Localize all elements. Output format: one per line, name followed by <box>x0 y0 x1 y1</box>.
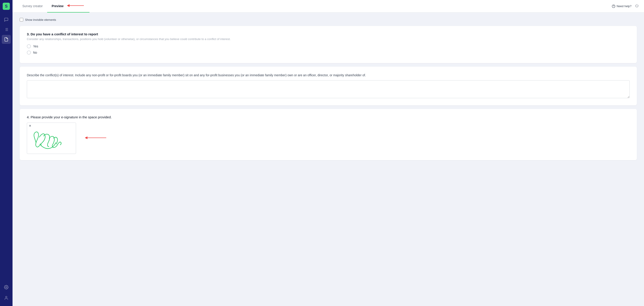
svg-point-6 <box>6 287 7 288</box>
conflict-textarea-wrapper <box>27 80 630 99</box>
signature-clear-button[interactable]: ✕ <box>29 124 31 128</box>
question-3-card: 3. Do you have a conflict of interest to… <box>20 26 637 63</box>
show-invisible-checkbox[interactable] <box>20 18 23 22</box>
show-invisible-control: Show invisible elements <box>20 18 637 22</box>
question-4-header: 4. Please provide your e-signature in th… <box>27 115 630 119</box>
radio-yes-circle[interactable] <box>27 44 31 48</box>
radio-yes[interactable]: Yes <box>27 44 630 48</box>
content-area: Show invisible elements 3. Do you have a… <box>12 12 644 306</box>
header-tabs: Survey creator Preview <box>18 0 90 12</box>
tab-survey-creator[interactable]: Survey creator <box>18 0 47 12</box>
header-right: Need help? <box>612 4 639 8</box>
radio-no[interactable]: No <box>27 50 630 54</box>
user-icon[interactable] <box>2 294 11 302</box>
preview-arrow-indicator <box>67 4 85 8</box>
sidebar: S <box>0 0 12 306</box>
header: Survey creator Preview <box>12 0 644 12</box>
main-area: Survey creator Preview <box>12 0 644 306</box>
settings-icon[interactable] <box>2 283 11 292</box>
signature-arrow-indicator <box>85 136 107 140</box>
tab-preview[interactable]: Preview <box>47 0 90 12</box>
sidebar-item-document[interactable] <box>2 35 11 44</box>
need-help-button[interactable]: Need help? <box>612 4 632 8</box>
show-invisible-label[interactable]: Show invisible elements <box>25 18 56 22</box>
conflict-question-text: Describe the conflict(s) of interest. In… <box>27 73 630 78</box>
signature-pad[interactable]: ✕ <box>27 122 76 154</box>
question-3-header: 3. Do you have a conflict of interest to… <box>27 32 630 36</box>
logo[interactable]: S <box>3 3 10 10</box>
radio-no-circle[interactable] <box>27 50 31 54</box>
power-button[interactable] <box>635 4 639 8</box>
conflict-description-card: Describe the conflict(s) of interest. In… <box>20 67 637 105</box>
conflict-textarea[interactable] <box>27 80 630 98</box>
sidebar-item-list[interactable] <box>2 25 11 34</box>
question-4-card: 4. Please provide your e-signature in th… <box>20 109 637 160</box>
svg-point-7 <box>6 296 7 298</box>
sidebar-item-chat[interactable] <box>2 15 11 24</box>
